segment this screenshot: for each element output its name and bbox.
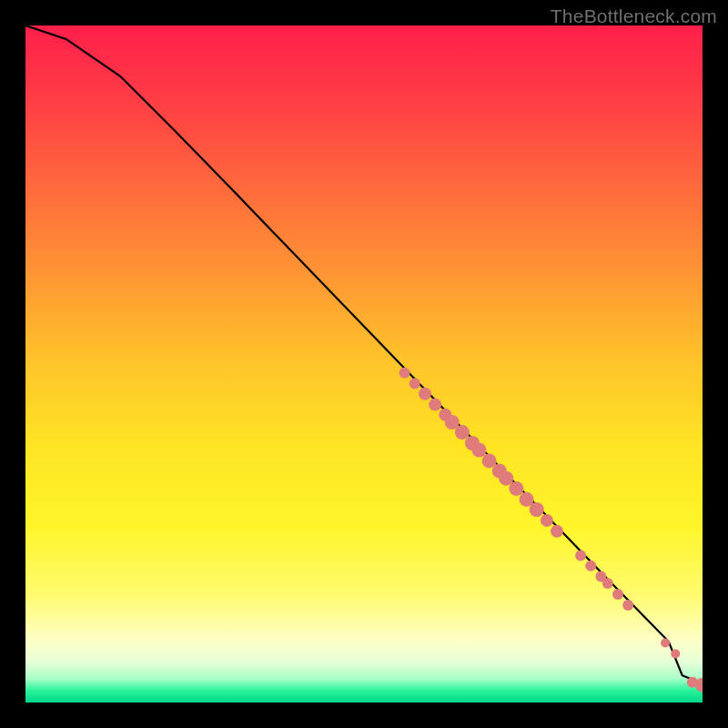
scatter-layer [399,368,703,693]
data-point [541,514,553,527]
data-point [671,649,680,658]
data-point [429,399,441,411]
curve-layer [25,25,703,683]
data-point [399,368,410,379]
data-point [551,525,563,538]
data-point [419,388,431,400]
data-point [612,589,623,600]
data-point [530,502,544,517]
data-point [575,551,586,561]
data-point [410,379,420,389]
chart-stage: TheBottleneck.com [0,0,728,728]
data-point [585,561,596,571]
data-point [622,600,633,611]
data-point [455,425,470,440]
plot-area [25,25,703,703]
data-point [661,639,670,648]
chart-svg [25,25,703,703]
data-point [602,578,613,589]
data-point [509,481,523,496]
data-point [472,443,487,458]
attribution-label: TheBottleneck.com [551,5,717,27]
main-curve [25,25,703,683]
